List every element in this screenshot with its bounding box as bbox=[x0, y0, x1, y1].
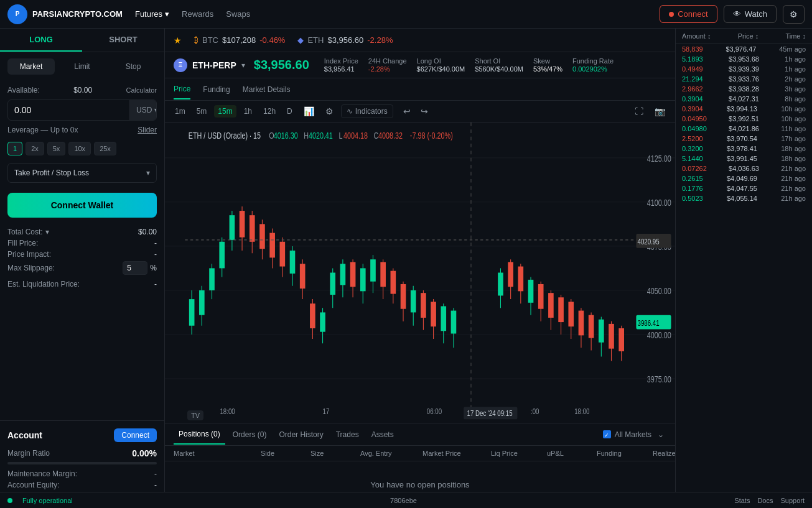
chart-settings-button[interactable]: ⚙ bbox=[322, 104, 337, 118]
calculator-button[interactable]: Calculator bbox=[126, 86, 157, 94]
col-funding: Funding bbox=[597, 450, 653, 457]
tf-1m[interactable]: 1m bbox=[171, 105, 189, 118]
screenshot-button[interactable]: 📷 bbox=[651, 104, 669, 118]
status-bar: Fully operational 7806ebe Stats Docs Sup… bbox=[0, 492, 812, 508]
eth-name[interactable]: ETH bbox=[307, 35, 324, 45]
short-oi-value: $560K/$40.00M bbox=[475, 65, 523, 73]
ob-amount: 0.07262 bbox=[682, 165, 707, 172]
svg-rect-14 bbox=[189, 299, 195, 326]
order-book-row: 5.1440 $3,991.45 18h ago bbox=[676, 154, 812, 164]
col-upl: uP&L bbox=[547, 450, 597, 457]
stats-link[interactable]: Stats bbox=[734, 497, 750, 504]
account-connect-button[interactable]: Connect bbox=[114, 428, 157, 442]
amount-input[interactable] bbox=[8, 100, 129, 120]
ob-time: 21h ago bbox=[781, 165, 806, 172]
tab-assets[interactable]: Assets bbox=[366, 425, 399, 444]
pair-stats: Index Price $3,956.41 24H Change -2.28% … bbox=[324, 57, 614, 73]
svg-text:4125.00: 4125.00 bbox=[647, 154, 671, 164]
svg-text:06:00: 06:00 bbox=[427, 407, 442, 416]
leverage-1x-button[interactable]: 1 bbox=[7, 142, 22, 155]
indicators-button[interactable]: ∿ Indicators bbox=[341, 104, 393, 118]
tradingview-watermark: TV bbox=[187, 410, 203, 420]
col-side: Side bbox=[261, 450, 310, 457]
margin-ratio-label: Margin Ratio bbox=[7, 449, 50, 458]
header: P PARSIANCRYPTO.COM Futures Rewards Swap… bbox=[0, 0, 812, 29]
currency-selector[interactable]: USD ▾ bbox=[129, 100, 157, 120]
leverage-25x-button[interactable]: 25x bbox=[94, 142, 116, 155]
index-price-value: $3,956.41 bbox=[324, 65, 358, 73]
tab-funding[interactable]: Funding bbox=[203, 80, 230, 99]
nav-rewards[interactable]: Rewards bbox=[182, 9, 213, 19]
tf-1h[interactable]: 1h bbox=[240, 105, 256, 118]
tab-order-history[interactable]: Order History bbox=[274, 425, 328, 444]
ob-price: $3,978.41 bbox=[727, 145, 757, 152]
support-link[interactable]: Support bbox=[780, 497, 805, 504]
docs-link[interactable]: Docs bbox=[757, 497, 773, 504]
expand-positions-button[interactable]: ⌄ bbox=[655, 430, 666, 439]
ob-price: $3,991.45 bbox=[727, 155, 757, 162]
long-tab[interactable]: LONG bbox=[0, 29, 82, 52]
tf-15m[interactable]: 15m bbox=[214, 105, 236, 118]
col-realized-pl: Realized P&L bbox=[653, 450, 675, 457]
undo-button[interactable]: ↩ bbox=[399, 104, 414, 118]
long-oi-stat: Long OI $627K/$40.00M bbox=[417, 57, 465, 73]
ob-amount: 0.04980 bbox=[682, 125, 707, 132]
ob-amount: 0.3904 bbox=[682, 105, 703, 113]
all-markets-checkbox[interactable] bbox=[603, 430, 611, 438]
tab-market-details[interactable]: Market Details bbox=[243, 80, 291, 99]
ob-time: 18h ago bbox=[781, 145, 806, 152]
leverage-5x-button[interactable]: 5x bbox=[47, 142, 66, 155]
tp-sl-row[interactable]: Take Profit / Stop Loss ▾ bbox=[7, 163, 157, 183]
svg-rect-42 bbox=[330, 273, 335, 295]
ticker-star-icon[interactable]: ★ bbox=[174, 35, 182, 45]
redo-button[interactable]: ↪ bbox=[417, 104, 432, 118]
svg-rect-74 bbox=[528, 280, 534, 303]
svg-rect-80 bbox=[558, 297, 564, 322]
svg-text:18:00: 18:00 bbox=[574, 407, 589, 416]
limit-order-tab[interactable]: Limit bbox=[58, 58, 106, 75]
ob-amount-header: Amount ↕ bbox=[682, 32, 711, 40]
svg-rect-54 bbox=[391, 271, 396, 294]
svg-text:-7.98 (-0.20%): -7.98 (-0.20%) bbox=[410, 131, 453, 141]
ob-time: 10h ago bbox=[781, 115, 806, 122]
svg-rect-56 bbox=[401, 284, 406, 309]
fullscreen-button[interactable]: ⛶ bbox=[631, 104, 647, 118]
tab-orders[interactable]: Orders (0) bbox=[228, 425, 272, 444]
fill-price-label: Fill Price: bbox=[7, 239, 38, 247]
leverage-2x-button[interactable]: 2x bbox=[26, 142, 44, 155]
ob-price: $4,049.69 bbox=[727, 175, 757, 182]
tf-5m[interactable]: 5m bbox=[193, 105, 211, 118]
pair-selector[interactable]: Ξ ETH-PERP ▾ bbox=[174, 58, 245, 72]
nav-futures[interactable]: Futures bbox=[135, 9, 169, 19]
stop-order-tab[interactable]: Stop bbox=[110, 58, 157, 75]
slider-link[interactable]: Slider bbox=[138, 126, 157, 134]
slippage-input[interactable] bbox=[123, 261, 147, 275]
total-cost-row: Total Cost: ▾ $0.00 bbox=[7, 228, 157, 236]
tf-d[interactable]: D bbox=[283, 105, 296, 118]
tab-price[interactable]: Price bbox=[174, 80, 190, 99]
order-book-row: 0.1776 $4,047.55 21h ago bbox=[676, 183, 812, 193]
index-price-label: Index Price bbox=[324, 57, 358, 65]
candlestick-type-button[interactable]: 📊 bbox=[300, 104, 318, 118]
funding-label: Funding Rate bbox=[572, 57, 614, 65]
order-form: Available: $0.00 Calculator USD ▾ Levera… bbox=[0, 81, 164, 420]
watch-button[interactable]: 👁 Watch bbox=[724, 5, 777, 23]
funding-rate-stat: Funding Rate 0.002902% bbox=[572, 57, 614, 73]
leverage-10x-button[interactable]: 10x bbox=[68, 142, 91, 155]
ob-amount: 2.5200 bbox=[682, 135, 703, 142]
btc-name[interactable]: BTC bbox=[202, 35, 218, 45]
settings-button[interactable]: ⚙ bbox=[783, 5, 805, 24]
tab-trades[interactable]: Trades bbox=[331, 425, 364, 444]
svg-text:3975.00: 3975.00 bbox=[647, 374, 671, 384]
connect-wallet-button[interactable]: Connect Wallet bbox=[7, 193, 157, 218]
col-market: Market bbox=[174, 450, 261, 457]
positions-tabs: Positions (0) Orders (0) Order History T… bbox=[165, 423, 675, 446]
short-tab[interactable]: SHORT bbox=[82, 29, 164, 52]
connect-button[interactable]: Connect bbox=[660, 5, 717, 23]
tf-12h[interactable]: 12h bbox=[259, 105, 279, 118]
fill-price-row: Fill Price: - bbox=[7, 239, 157, 247]
tab-positions[interactable]: Positions (0) bbox=[174, 425, 225, 445]
nav-swaps[interactable]: Swaps bbox=[226, 9, 250, 19]
maintenance-label: Maintenance Margin: bbox=[7, 469, 77, 478]
market-order-tab[interactable]: Market bbox=[7, 58, 55, 75]
